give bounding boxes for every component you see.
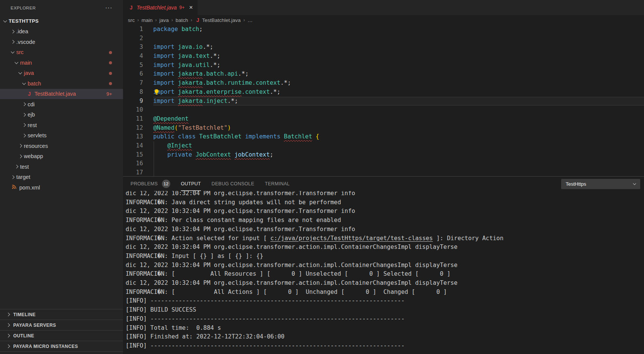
- modified-dot-badge: [109, 61, 112, 64]
- file-path-link[interactable]: c:/java/projects/TestHttps/target/test-c…: [271, 235, 433, 242]
- code-token: .batch.runtime.context: [203, 79, 280, 86]
- tree-item-batch[interactable]: batch: [0, 78, 123, 89]
- code-line-17[interactable]: 17: [123, 168, 644, 176]
- breadcrumb-item[interactable]: TestBatchlet.java: [202, 17, 241, 23]
- output-line: INFORMACI�N: [ All Resources ] [ 0 ] Uns…: [126, 270, 644, 279]
- line-number: 2: [123, 34, 153, 43]
- tree-item-label: webapp: [24, 153, 43, 159]
- line-number: 1: [123, 25, 153, 34]
- panel-tab-debug-console[interactable]: DEBUG CONSOLE: [212, 177, 254, 191]
- code-token: ): [227, 124, 231, 131]
- code-line-2[interactable]: 2: [123, 34, 644, 43]
- code-line-14[interactable]: 14 @Inject: [123, 141, 644, 151]
- code-token: .*;: [270, 88, 280, 95]
- output-line: [INFO] ---------------------------------…: [126, 297, 644, 306]
- breadcrumb-item[interactable]: java: [159, 17, 169, 23]
- tree-item-label: .idea: [16, 28, 28, 34]
- tree-item-label: main: [20, 60, 32, 66]
- code-line-12[interactable]: 12@Named("TestBatchlet"): [123, 124, 644, 133]
- tree-item-webapp[interactable]: webapp: [0, 151, 123, 162]
- output-line: dic 12, 2022 10:32:04 PM org.eclipse.tra…: [126, 191, 644, 198]
- code-line-content: import java.util.*;: [153, 61, 644, 70]
- section-payara-servers[interactable]: PAYARA SERVERS: [0, 320, 123, 330]
- output-channel-select[interactable]: TestHttps: [561, 179, 640, 189]
- code-line-15[interactable]: 15 private JobContext jobContext;: [123, 151, 644, 160]
- code-line-content: import java.io.*;: [153, 43, 644, 52]
- output-text: dic 12, 2022 10:32:04 PM org.eclipse.tra…: [126, 208, 355, 214]
- breadcrumb-separator: ›: [155, 17, 157, 23]
- code-line-11[interactable]: 11@Dependent: [123, 115, 644, 124]
- tree-item-ejb[interactable]: ejb: [0, 110, 123, 120]
- code-token: [231, 151, 234, 158]
- close-icon[interactable]: ×: [189, 5, 193, 10]
- breadcrumb-separator: ›: [137, 17, 139, 23]
- explorer-header: EXPLORER ···: [0, 0, 123, 16]
- output-line: [INFO] Finished at: 2022-12-12T22:32:04-…: [126, 332, 644, 342]
- tree-item-testbatchlet-java[interactable]: JTestBatchlet.java9+: [0, 89, 123, 99]
- code-token: [174, 53, 178, 59]
- code-token: .*;: [210, 53, 220, 59]
- panel-tab-label: DEBUG CONSOLE: [212, 181, 254, 186]
- tree-item-servlets[interactable]: servlets: [0, 130, 123, 141]
- code-line-10[interactable]: 10: [123, 106, 644, 115]
- output-text: [INFO] Total time: 0.884 s: [126, 324, 221, 331]
- code-line-3[interactable]: 3import java.io.*;: [123, 43, 644, 52]
- tree-item-src[interactable]: src: [0, 47, 123, 58]
- code-token: import: [153, 98, 174, 104]
- xml-file-icon: [11, 184, 17, 191]
- java-file-icon: J: [128, 5, 134, 11]
- code-token: jakarta: [178, 70, 202, 77]
- tree-item-testhttps[interactable]: TESTHTTPS: [0, 16, 123, 26]
- code-line-1[interactable]: 1package batch;: [123, 25, 644, 34]
- explorer-title: EXPLORER: [11, 6, 36, 10]
- tree-item--idea[interactable]: .idea: [0, 26, 123, 37]
- modified-dot-badge: [109, 72, 112, 75]
- code-token: "TestBatchlet": [178, 124, 227, 131]
- output-text: [INFO] BUILD SUCCESS: [126, 306, 196, 313]
- code-token: jakarta: [178, 79, 202, 86]
- panel-tab-problems[interactable]: PROBLEMS12: [131, 177, 170, 191]
- code-token: .batch.api: [203, 70, 238, 77]
- panel-tab-terminal[interactable]: TERMINAL: [265, 177, 290, 191]
- explorer-sidebar: EXPLORER ··· TESTHTTPS.idea.vscodesrcmai…: [0, 0, 123, 354]
- tree-item-resources[interactable]: resources: [0, 141, 123, 151]
- code-token: .*;: [210, 62, 220, 68]
- tree-item-main[interactable]: main: [0, 57, 123, 68]
- breadcrumb-separator: ›: [171, 17, 173, 23]
- tree-item-target[interactable]: target: [0, 172, 123, 183]
- code-line-5[interactable]: 5import java.util.*;: [123, 61, 644, 70]
- code-token: private: [167, 151, 192, 158]
- output-log[interactable]: dic 12, 2022 10:32:04 PM org.eclipse.tra…: [123, 191, 644, 354]
- panel-tab-output[interactable]: OUTPUT: [181, 177, 201, 191]
- code-line-4[interactable]: 4import java.text.*;: [123, 52, 644, 61]
- code-token: ;: [270, 151, 273, 158]
- tree-item-pom-xml[interactable]: pom.xml: [0, 182, 123, 193]
- line-number: 6: [123, 70, 153, 79]
- chevron-right-icon: [22, 102, 26, 106]
- tree-item-java[interactable]: java: [0, 68, 123, 79]
- code-line-9[interactable]: 9import jakarta.inject.*;: [123, 97, 644, 106]
- tree-item-test[interactable]: test: [0, 161, 123, 172]
- line-number: 17: [123, 168, 153, 176]
- section-payara-micro-instances[interactable]: PAYARA MICRO INSTANCES: [0, 341, 123, 351]
- breadcrumb-item[interactable]: …: [247, 17, 253, 23]
- more-actions-icon[interactable]: ···: [105, 6, 112, 10]
- code-line-8[interactable]: 8import jakarta.enterprise.context.*;: [123, 88, 644, 97]
- output-line: dic 12, 2022 10:32:04 PM org.eclipse.tra…: [126, 279, 644, 288]
- code-editor[interactable]: 1package batch;23import java.io.*;4impor…: [123, 25, 644, 176]
- section-outline[interactable]: OUTLINE: [0, 330, 123, 341]
- tree-item-label: rest: [28, 122, 37, 128]
- tree-item--vscode[interactable]: .vscode: [0, 37, 123, 47]
- section-timeline[interactable]: TIMELINE: [0, 309, 123, 320]
- breadcrumb-item[interactable]: batch: [176, 17, 188, 23]
- tab-testbatchlet[interactable]: J TestBatchlet.java 9+ ×: [123, 0, 198, 15]
- breadcrumb-item[interactable]: main: [142, 17, 152, 23]
- code-line-13[interactable]: 13public class TestBatchlet implements B…: [123, 132, 644, 141]
- code-line-7[interactable]: 7import jakarta.batch.runtime.context.*;: [123, 79, 644, 88]
- tree-item-cdi[interactable]: cdi: [0, 99, 123, 110]
- code-line-16[interactable]: 16: [123, 159, 644, 168]
- sidebar-sections: TIMELINEPAYARA SERVERSOUTLINEPAYARA MICR…: [0, 309, 123, 354]
- tree-item-rest[interactable]: rest: [0, 120, 123, 130]
- code-line-6[interactable]: 6import jakarta.batch.api.*;: [123, 70, 644, 79]
- breadcrumb-item[interactable]: src: [128, 17, 135, 23]
